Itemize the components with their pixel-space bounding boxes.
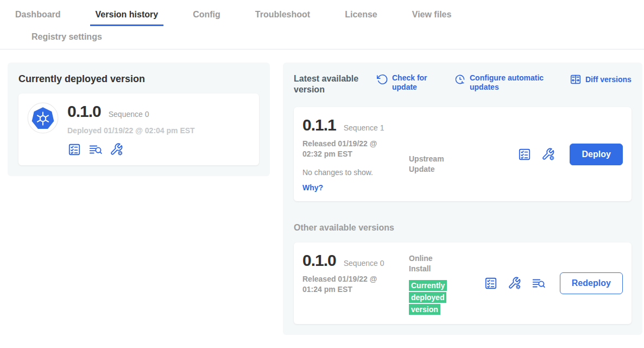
other-source-cell: Online Install Currently deployed versio… [409,253,470,315]
deploy-button[interactable]: Deploy [570,144,622,165]
main-content: Currently deployed version [0,49,644,335]
diff-versions-label: Diff versions [585,75,632,84]
deployed-sequence-label: Sequence 0 [109,110,149,119]
nav-row-1: Dashboard Version history Config Trouble… [10,10,644,26]
check-for-update-link[interactable]: Check for update [376,73,435,92]
deployed-date-label: Deployed 01/19/22 @ 02:04 pm EST [67,126,195,135]
why-link[interactable]: Why? [302,183,323,192]
deployed-version-number: 0.1.0 [67,102,101,121]
other-sequence-label: Sequence 0 [344,259,385,268]
nav-row-2: Registry settings [10,26,644,49]
edit-config-wrench-icon[interactable] [110,142,124,157]
deploy-logs-icon[interactable] [89,142,103,157]
other-actions-cell: Redeploy [470,272,623,294]
online-install-label: Online Install [409,253,443,274]
edit-config-wrench-icon[interactable] [541,147,555,161]
version-row: 0.1.1 Sequence 1 [302,116,409,134]
redeploy-button[interactable]: Redeploy [560,272,623,294]
version-row: 0.1.0 Sequence 0 [302,251,409,270]
tab-license[interactable]: License [339,10,383,26]
tab-dashboard[interactable]: Dashboard [10,10,66,26]
rotate-ccw-icon [376,73,388,85]
diff-versions-icon [570,73,582,85]
latest-actions-cell: Deploy [470,144,623,165]
deployed-action-icons [67,142,195,157]
preflight-checklist-icon[interactable] [517,147,532,161]
no-changes-label: No changes to show. [302,168,409,177]
currently-deployed-badge: Currently deployed version [409,279,454,315]
check-for-update-label: Check for update [392,73,435,92]
header-actions: Check for update Configure automatic upd… [376,73,632,92]
latest-sequence-label: Sequence 1 [344,123,385,133]
other-version-card: 0.1.0 Sequence 0 Released 01/19/22 @ 01:… [294,243,632,324]
available-versions-header: Latest available version Check for updat… [294,73,632,95]
deploy-logs-icon[interactable] [532,276,546,290]
currently-deployed-title: Currently deployed version [18,73,259,85]
latest-version-details: 0.1.1 Sequence 1 Released 01/19/22 @ 02:… [302,116,409,192]
kubernetes-logo-icon [27,102,59,134]
tab-troubleshoot[interactable]: Troubleshoot [250,10,315,26]
configure-automatic-updates-link[interactable]: Configure automatic updates [454,73,551,92]
auto-update-clock-icon [454,73,466,85]
edit-config-wrench-icon[interactable] [508,276,522,290]
latest-version-number: 0.1.1 [302,116,336,134]
tab-view-files[interactable]: View files [407,10,457,26]
configure-automatic-updates-label: Configure automatic updates [470,73,551,92]
preflight-checklist-icon[interactable] [484,276,498,290]
upstream-update-label: Upstream Update [409,154,458,175]
latest-version-card: 0.1.1 Sequence 1 Released 01/19/22 @ 02:… [294,107,632,201]
latest-available-title: Latest available version [294,73,376,95]
currently-deployed-badge-text: Currently deployed version [409,280,447,315]
latest-source-cell: Upstream Update [409,154,470,175]
other-version-details: 0.1.0 Sequence 0 Released 01/19/22 @ 01:… [302,251,409,295]
other-version-number: 0.1.0 [302,251,336,270]
other-available-versions-heading: Other available versions [294,223,632,233]
tab-registry-settings[interactable]: Registry settings [26,32,108,42]
version-row: 0.1.0 Sequence 0 [67,102,195,121]
available-versions-panel: Latest available version Check for updat… [283,63,642,335]
deployed-version-card: 0.1.0 Sequence 0 Deployed 01/19/22 @ 02:… [18,94,259,165]
latest-released-label: Released 01/19/22 @ 02:32 pm EST [302,139,395,159]
top-navigation: Dashboard Version history Config Trouble… [0,0,644,49]
deployed-version-details: 0.1.0 Sequence 0 Deployed 01/19/22 @ 02:… [67,102,195,157]
tab-config[interactable]: Config [187,10,226,26]
other-released-label: Released 01/19/22 @ 01:24 pm EST [302,274,395,295]
tab-version-history[interactable]: Version history [90,10,164,26]
currently-deployed-panel: Currently deployed version [8,63,270,176]
preflight-checklist-icon[interactable] [67,142,81,157]
diff-versions-link[interactable]: Diff versions [570,73,632,85]
